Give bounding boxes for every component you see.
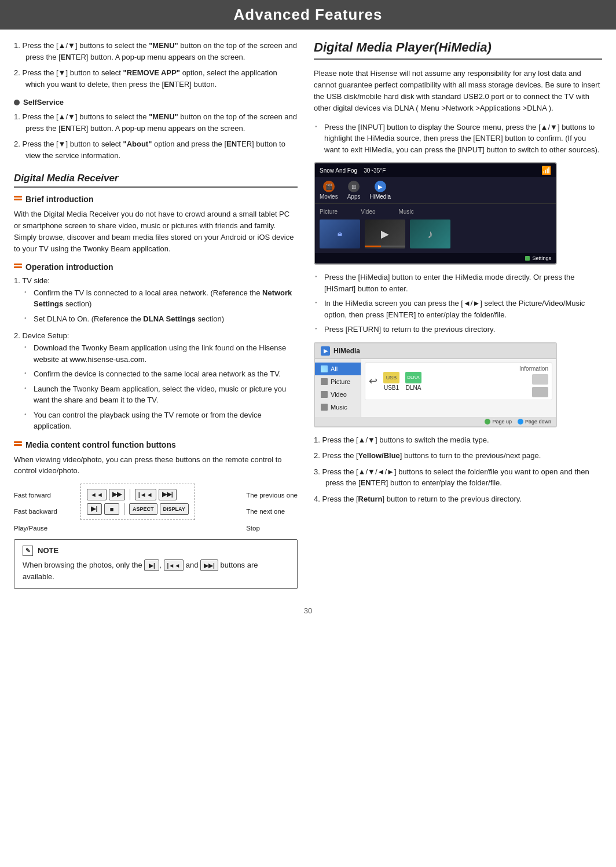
list-item: Press the [▲/▼] buttons to switch the me… [314, 434, 602, 446]
page-number: 30 [0, 601, 616, 621]
note-header: ✎ NOTE [23, 546, 289, 556]
dmp-title: Digital Media Player(HiMedia) [314, 40, 602, 60]
page-down-dot [518, 419, 523, 425]
hm-sidebar: All Picture Video Music [315, 359, 361, 417]
tv-weather-label: Snow And Fog 30~35°F [320, 167, 386, 174]
hm-picture-label: Picture [331, 378, 350, 385]
list-item: Launch the Twonky Beam application, sele… [23, 383, 298, 406]
tv-thumb-music: ♪ [410, 220, 450, 248]
section-icon [14, 264, 22, 270]
label-fast-backward: Fast backward [14, 503, 57, 520]
remote-row-1: ◄◄ ▶▶ |◄◄ ▶▶| [87, 489, 189, 500]
tv-side-label: 1. TV side: [14, 276, 298, 285]
tv-menu-apps: ⊞ Apps [347, 181, 361, 200]
page-down-label: Page down [525, 419, 551, 425]
page-up-dot [485, 419, 490, 425]
list-item: Press the [Return] button to return to t… [314, 493, 602, 505]
list-item: Press the [▼] button to select "REMOVE A… [14, 67, 298, 90]
note-title: NOTE [38, 546, 58, 555]
note-btn-prev: |◄◄ [164, 559, 184, 571]
list-item: You can control the playback using the T… [23, 409, 298, 432]
list-item: Press the [Yellow/Blue] buttons to turn … [314, 450, 602, 462]
btn-rw[interactable]: ◄◄ [87, 489, 107, 500]
remote-dashed-box: ◄◄ ▶▶ |◄◄ ▶▶| ▶| ■ ASPECT DISPLAY [80, 484, 195, 520]
list-item: Press the [HiMedia] button to enter the … [314, 272, 602, 294]
himedia-panel: ▶ HiMedia All Picture Video [314, 342, 557, 427]
hm-back-btn[interactable]: ↩ [369, 375, 377, 387]
page-header: Advanced Features [0, 0, 616, 30]
btn-play[interactable]: ▶| [87, 503, 102, 515]
list-item: Press the [INPUT] button to display the … [314, 122, 602, 156]
hm-video-label: Video [331, 391, 347, 398]
hm-source-row: ↩ USB USB1 DLNA DLNA I [365, 363, 552, 400]
list-item: Press the [▼] button to select "About" o… [14, 138, 298, 161]
label-next-one: The next one [246, 503, 298, 520]
himedia-label: HiMedia [369, 193, 391, 200]
btn-display[interactable]: DISPLAY [160, 503, 189, 515]
self-service-title: SelfService [23, 98, 64, 107]
hm-body: All Picture Video Music [315, 359, 556, 417]
btn-prev[interactable]: |◄◄ [135, 489, 156, 500]
tv-content-area: PictureVideoMusic 🏔 ▶ [315, 204, 556, 253]
note-box: ✎ NOTE When browsing the photos, only th… [14, 539, 298, 589]
hm-page-down[interactable]: Page down [518, 419, 551, 425]
note-btn-play: ▶| [144, 559, 159, 571]
dmr-section-title: Digital Media Receiver [14, 173, 298, 188]
tv-content-labels: PictureVideoMusic [320, 208, 551, 215]
main-content: Press the [▲/▼] buttons to select the "M… [0, 40, 616, 589]
hm-sidebar-picture[interactable]: Picture [315, 375, 361, 388]
device-setup-list: Download the Twonky Beam application usi… [23, 342, 298, 432]
hm-thumb-1 [532, 374, 548, 385]
dlna-icon: DLNA [405, 372, 421, 383]
hm-sidebar-video[interactable]: Video [315, 388, 361, 401]
dmp-bullets-mid: Press the [HiMedia] button to enter the … [314, 272, 602, 335]
brief-intro-text: With the Digital Media Receiver you do n… [14, 208, 298, 255]
btn-ff[interactable]: ▶▶ [109, 489, 125, 500]
hm-all-label: All [331, 365, 338, 372]
label-play-pause: Play/Pause [14, 520, 57, 537]
op-intro-heading: Operation introduction [14, 262, 298, 272]
note-icon: ✎ [23, 546, 33, 556]
tv-menu-bar: 🎬 Movies ⊞ Apps ▶ HiMedia [315, 177, 556, 204]
tv-top-bar: Snow And Fog 30~35°F 📶 [315, 163, 556, 177]
hm-sidebar-music[interactable]: Music [315, 401, 361, 414]
dot-icon [14, 100, 20, 105]
list-item: Press the [▲/▼/◄/►] buttons to select th… [314, 466, 602, 489]
tv-thumb-video: ▶ [365, 220, 405, 248]
list-item: Confirm the device is connected to the s… [23, 368, 298, 380]
hm-header-icon: ▶ [321, 346, 330, 356]
tv-settings-label: Settings [525, 255, 551, 261]
list-item: In the HiMedia screen you can press the … [314, 298, 602, 320]
apps-label: Apps [347, 193, 361, 200]
hm-page-up[interactable]: Page up [485, 419, 512, 425]
hm-header: ▶ HiMedia [315, 343, 556, 359]
remote-labels-left: Fast forward Fast backward Play/Pause [14, 487, 57, 537]
list-item: Press the [▲/▼] buttons to select the "M… [14, 40, 298, 63]
hm-main: ↩ USB USB1 DLNA DLNA I [361, 359, 556, 417]
remote-labels-right: The previous one The next one Stop [246, 487, 298, 537]
hm-thumb-2 [532, 387, 548, 397]
tv-menu-movies: 🎬 Movies [320, 181, 338, 200]
hm-information-label: Information [519, 365, 548, 372]
hm-sidebar-all[interactable]: All [315, 363, 361, 375]
hm-source-usb1[interactable]: USB USB1 [383, 372, 399, 391]
picture-icon [321, 378, 328, 385]
media-control-text: When viewing video/photo, you can press … [14, 454, 298, 477]
list-item: Set DLNA to On. (Reference the DLNA Sett… [23, 313, 298, 325]
all-icon [321, 365, 328, 372]
dmp-numbered-list: Press the [▲/▼] buttons to switch the me… [314, 434, 602, 505]
tv-thumbnails: 🏔 ▶ ♪ [320, 220, 551, 248]
list-item: Press [RETURN] to return to the previous… [314, 324, 602, 335]
label-stop: Stop [246, 520, 298, 537]
intro-list: Press the [▲/▼] buttons to select the "M… [14, 40, 298, 90]
btn-aspect[interactable]: ASPECT [129, 503, 157, 515]
label-prev-one: The previous one [246, 487, 298, 504]
list-item: Confirm the TV is connected to a local a… [23, 287, 298, 310]
section-icon [14, 196, 22, 203]
hm-source-dlna[interactable]: DLNA DLNA [405, 372, 421, 391]
btn-stop[interactable]: ■ [104, 503, 119, 515]
dmp-intro: Please note that Hisense will not assume… [314, 68, 602, 115]
usb1-icon: USB [383, 372, 399, 383]
btn-next[interactable]: ▶▶| [159, 489, 177, 500]
remote-row-2: ▶| ■ ASPECT DISPLAY [87, 503, 189, 515]
